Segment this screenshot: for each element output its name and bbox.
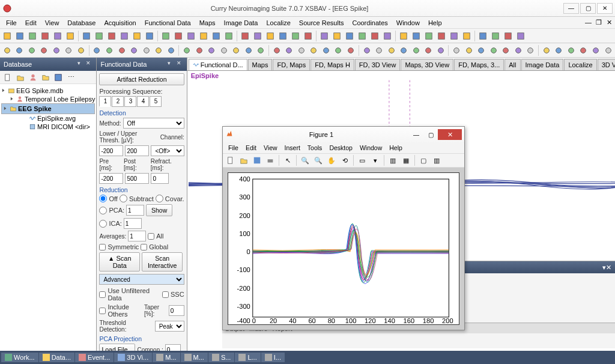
toolbar-button[interactable] [243,44,255,56]
toolbar-button[interactable] [39,30,51,42]
toolbar-button[interactable] [106,30,118,42]
compon-input[interactable] [165,344,181,351]
menu-localize[interactable]: Localize [262,18,294,28]
menu-maps[interactable]: Maps [196,18,219,28]
toolbar-button[interactable] [50,44,62,56]
toolbar-button[interactable] [318,30,330,42]
toolbar-button[interactable] [461,30,473,42]
btab-data[interactable]: Data... [39,353,74,362]
toolbar-button[interactable] [277,30,289,42]
toolbar-button[interactable] [26,44,38,56]
toolbar-button[interactable] [165,44,177,56]
method-select[interactable]: Off [123,118,184,129]
seq-tab-3[interactable]: 3 [124,96,136,107]
doctab-maps[interactable]: Maps [248,59,273,70]
toolbar-button[interactable] [476,44,488,56]
toolbar-button[interactable] [91,44,103,56]
toolbar-button[interactable] [14,44,26,56]
toolbar-button[interactable] [345,44,357,56]
panel-dropdown-icon[interactable]: ▾ [165,60,174,68]
toolbar-button[interactable] [295,44,308,56]
toolbar-button[interactable] [489,30,501,42]
ml-pan-icon[interactable]: ✋ [326,154,338,166]
minimize-button[interactable]: — [563,3,579,14]
ml-minimize-button[interactable]: — [409,129,423,140]
toolbar-button[interactable] [398,44,410,56]
menu-view[interactable]: View [41,18,63,28]
toolbar-button[interactable] [239,30,251,42]
toolbar-button[interactable] [565,44,577,56]
toolbar-button[interactable] [144,30,156,42]
doctab-localize[interactable]: Localize [564,59,596,70]
pre-input[interactable] [99,173,123,184]
pca-radio[interactable] [99,207,107,214]
doctab-fdmapsh[interactable]: FD, Maps H [311,59,354,70]
toolbar-button[interactable] [463,44,475,56]
toolbar-button[interactable] [141,44,153,56]
toolbar-button[interactable] [63,44,75,56]
ml-menu-window[interactable]: Window [357,144,385,152]
toolbar-button[interactable] [356,30,368,42]
toolbar-button[interactable] [181,44,193,56]
toolbar-button[interactable] [271,44,283,56]
toolbar-button[interactable] [515,30,527,42]
toolbar-button[interactable] [333,44,345,56]
ml-zoomout-icon[interactable]: 🔍 [312,154,324,166]
toolbar-button[interactable] [435,30,447,42]
ml-new-icon[interactable] [225,154,237,166]
btab-m2[interactable]: M... [181,353,208,362]
db-user-icon[interactable] [28,72,38,83]
doctab-imagedata[interactable]: Image Data [521,59,564,70]
toolbar-button[interactable] [423,30,435,42]
upper-thresh-input[interactable] [125,145,149,156]
toolbar-button[interactable] [450,44,462,56]
btab-m1[interactable]: M... [153,353,180,362]
doctab-fdmaps3[interactable]: FD, Maps, 3... [454,59,504,70]
toolbar-button[interactable] [541,44,553,56]
menu-help[interactable]: Help [425,18,446,28]
toolbar-button[interactable] [386,44,398,56]
toolbar-button[interactable] [172,30,184,42]
advanced-select[interactable]: Advanced [99,274,184,285]
toolbar-button[interactable] [231,44,243,56]
incl-check[interactable] [99,308,106,314]
toolbar-button[interactable] [205,44,217,56]
toolbar-button[interactable] [525,44,537,56]
tree-item-epispike[interactable]: EpiSpike.avg [1,114,95,123]
toolbar-button[interactable] [289,30,301,42]
menu-source-results[interactable]: Source Results [295,18,348,28]
panel-close-icon[interactable]: ✕ [175,60,183,68]
toolbar-button[interactable] [128,44,140,56]
mdi-min-icon[interactable]: — [581,17,591,28]
toolbar-button[interactable] [103,44,115,56]
scan-interactive-button[interactable]: Scan Interactive [142,252,183,271]
toolbar-button[interactable] [398,30,410,42]
toolbar-button[interactable] [500,44,512,56]
ml-zoomin-icon[interactable]: 🔍 [299,154,311,166]
toolbar-button[interactable] [320,44,332,56]
ml-close-button[interactable]: ✕ [438,129,462,140]
btab-i[interactable]: I... [261,353,285,362]
post-input[interactable] [125,173,149,184]
tree-item-mri[interactable]: MRI DICOM <dir> [1,123,95,131]
toolbar-button[interactable] [14,30,26,42]
ml-colorbar-icon[interactable]: ▥ [387,154,399,166]
btab-event[interactable]: Event... [75,353,114,362]
toolbar-button[interactable] [361,44,373,56]
ssc-check[interactable] [162,291,169,298]
off-radio[interactable] [99,195,107,202]
unfilt-check[interactable] [99,291,106,298]
doctab-fd3d[interactable]: FD, 3D View [355,59,401,70]
toolbar-button[interactable] [344,30,356,42]
mdi-close-icon[interactable]: ✕ [603,17,613,28]
scan-data-button[interactable]: ▲ Scan Data [99,252,140,271]
toolbar-button[interactable] [512,44,524,56]
toolbar-button[interactable] [502,30,514,42]
toolbar-button[interactable] [410,44,422,56]
doctab-3dview[interactable]: 3D View [598,59,615,70]
ml-layout2-icon[interactable]: ▥ [431,154,443,166]
menu-functional-data[interactable]: Functional Data [141,18,195,28]
covar-radio[interactable] [156,195,163,202]
taper-input[interactable] [169,305,184,316]
all-check[interactable] [148,233,154,240]
